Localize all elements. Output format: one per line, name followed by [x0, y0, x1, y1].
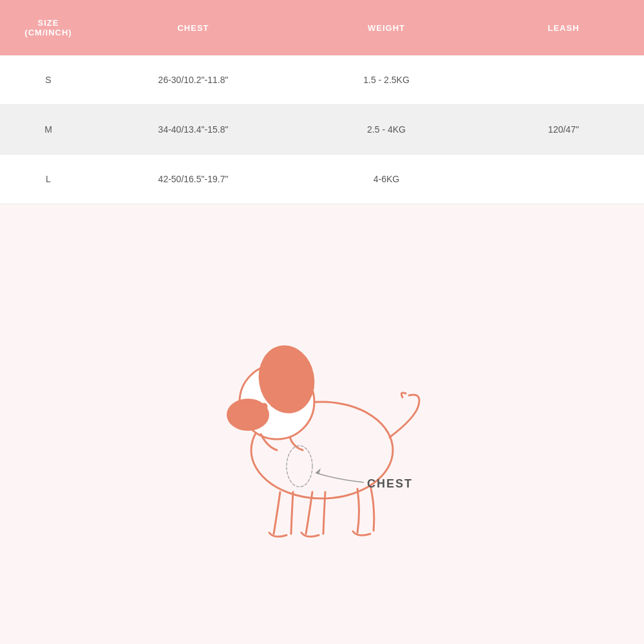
cell-weight: 4-6KG: [290, 155, 483, 204]
header-leash: LEASH: [483, 0, 644, 55]
cell-size: M: [0, 105, 97, 155]
chest-label: CHEST: [367, 477, 413, 490]
cell-size: L: [0, 155, 97, 204]
dog-svg: CHEST: [174, 302, 470, 547]
svg-point-5: [271, 401, 276, 406]
cell-chest: 26-30/10.2"-11.8": [97, 55, 290, 105]
cell-chest: 34-40/13.4"-15.8": [97, 105, 290, 155]
chest-arrow: [316, 468, 364, 482]
cell-size: S: [0, 55, 97, 105]
size-chart-table: SIZE (cm/inch) CHEST WEIGHT LEASH S26-30…: [0, 0, 644, 204]
header-size: SIZE (cm/inch): [0, 0, 97, 55]
dog-illustration-container: CHEST: [174, 302, 470, 547]
table-row: M34-40/13.4"-15.8"2.5 - 4KG120/47": [0, 105, 644, 155]
table-header-row: SIZE (cm/inch) CHEST WEIGHT LEASH: [0, 0, 644, 55]
illustration-section: CHEST: [0, 204, 644, 644]
cell-weight: 1.5 - 2.5KG: [290, 55, 483, 105]
svg-point-4: [261, 404, 267, 409]
svg-point-6: [287, 446, 312, 487]
cell-weight: 2.5 - 4KG: [290, 105, 483, 155]
cell-leash: 120/47": [483, 105, 644, 155]
cell-chest: 42-50/16.5"-19.7": [97, 155, 290, 204]
cell-leash: [483, 155, 644, 204]
table-row: L42-50/16.5"-19.7"4-6KG: [0, 155, 644, 204]
header-chest: CHEST: [97, 0, 290, 55]
header-weight: WEIGHT: [290, 0, 483, 55]
table-row: S26-30/10.2"-11.8"1.5 - 2.5KG: [0, 55, 644, 105]
page-wrapper: SIZE (cm/inch) CHEST WEIGHT LEASH S26-30…: [0, 0, 644, 644]
cell-leash: [483, 55, 644, 105]
